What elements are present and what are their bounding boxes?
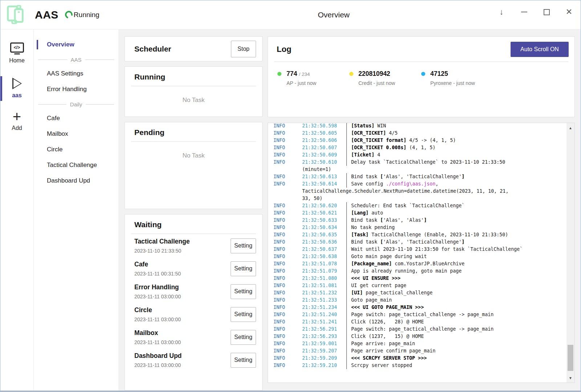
log-line: INFO21:32:51.241Click (1226, 28) @ HOME (273, 318, 566, 326)
pending-card: Pending No Task (125, 122, 263, 209)
rail-item-home[interactable]: </> Home (0, 39, 33, 68)
log-line: INFO21:32:59.209<<< SCRCPY SERVER STOP >… (273, 355, 566, 362)
log-line: TacticalChallenge.Scheduler.NextRun=date… (273, 188, 566, 195)
sidebar-item-dashboard-upd[interactable]: Dashboard Upd (34, 173, 118, 188)
sidebar-item-mailbox[interactable]: Mailbox (34, 127, 118, 141)
setting-button[interactable]: Setting (231, 238, 256, 253)
log-line: INFO21:32:50.609[Ticket] 4 (273, 151, 566, 159)
app-name: AAS (35, 9, 58, 21)
maximize-icon[interactable] (541, 7, 552, 17)
rail-label: Add (12, 125, 22, 131)
task-next-run: 2023-11-10 21:33:50 (134, 248, 190, 254)
download-icon[interactable]: ↓ (496, 7, 507, 17)
task-name: Cafe (134, 261, 181, 268)
app-status: Running (74, 11, 99, 19)
log-line: INFO21:32:51.078[Package_name] com.Yosta… (273, 260, 566, 268)
log-line: INFO21:32:50.614Save config ./config\aas… (273, 180, 566, 188)
log-line: INFO21:32:50.633Bind task ['Alas', 'Alas… (273, 217, 566, 224)
log-line: INFO21:32:50.634No task pending (273, 224, 566, 231)
log-line: INFO21:32:50.636Bind task ['Alas', 'Tact… (273, 238, 566, 246)
log-line: INFO21:32:50.637Wait until 2023-11-10 21… (273, 246, 566, 253)
task-name: Circle (134, 306, 181, 314)
nav-rail: </> Home aas + Add (0, 29, 34, 391)
setting-button[interactable]: Setting (231, 353, 256, 368)
log-scrollbar[interactable]: ▲ ▼ (566, 123, 574, 383)
scrollbar-thumb[interactable] (568, 345, 573, 371)
main-area: Scheduler Stop Running No Task Pending N… (118, 29, 581, 391)
rail-label: Home (9, 57, 25, 64)
auto-scroll-button[interactable]: Auto Scroll ON (511, 42, 569, 57)
sidebar-item-cafe[interactable]: Cafe (34, 111, 118, 126)
log-line: (minute=1) (273, 166, 566, 173)
waiting-task-row: Cafe2023-11-11 00:31:50Setting (125, 257, 262, 280)
log-line: INFO21:32:56.293Click (1237, 15) @ HOME (273, 333, 566, 340)
stat-dot-icon (421, 72, 425, 76)
scheduler-title: Scheduler (134, 45, 171, 53)
running-title: Running (125, 67, 262, 86)
scroll-down-icon[interactable]: ▼ (566, 374, 574, 382)
log-line: INFO21:32:50.620Scheduler: End task `Tac… (273, 202, 566, 209)
sidebar: OverviewAASAAS SettingsError HandlingDai… (34, 29, 118, 391)
log-line: INFO21:32:50.635[Task] TacticalChallenge… (273, 231, 566, 238)
log-line: INFO21:32:51.233Goto page_main (273, 297, 566, 304)
window-controls: ↓ ✕ (496, 0, 574, 24)
stop-button[interactable]: Stop (231, 41, 256, 57)
setting-button[interactable]: Setting (231, 307, 256, 322)
page-title: Overview (318, 11, 350, 19)
log-view[interactable]: INFO21:32:50.598[Status] WININFO21:32:50… (268, 123, 575, 383)
pending-empty-text: No Task (125, 142, 262, 159)
log-line: INFO21:32:50.610Delay task `TacticalChal… (273, 159, 566, 166)
log-line: INFO21:32:50.638Goto main page during wa… (273, 253, 566, 260)
waiting-card: Waiting Tactical Challenge2023-11-10 21:… (125, 214, 263, 391)
rail-item-aas[interactable]: aas (0, 74, 33, 103)
log-line: INFO21:32:56.291Page switch: page_tactic… (273, 326, 566, 333)
sidebar-item-tactical-challenge[interactable]: Tactical Challenge (34, 158, 118, 172)
task-next-run: 2023-11-11 03:00:00 (134, 339, 181, 345)
close-icon[interactable]: ✕ (564, 7, 574, 17)
task-next-run: 2023-11-11 00:31:50 (134, 271, 181, 277)
app-window: AAS Running Overview ↓ ✕ </> Home aas + … (0, 0, 581, 392)
log-card: Log Auto Scroll ON 774/ 234AP - just now… (268, 36, 575, 117)
log-line: INFO21:32:51.234<<< UI GOTO PAGE_MAIN >>… (273, 304, 566, 311)
sidebar-group-divider: AAS (34, 53, 118, 66)
play-icon (12, 78, 22, 89)
log-title: Log (277, 45, 291, 54)
sidebar-item-error-handling[interactable]: Error Handling (34, 82, 118, 97)
running-card: Running No Task (125, 66, 263, 117)
stat-ap: 774/ 234AP - just now (277, 70, 349, 86)
pending-title: Pending (125, 122, 262, 141)
rail-label: aas (12, 92, 22, 99)
log-line: INFO21:32:51.232[UI] page_tactical_chall… (273, 289, 566, 297)
log-line: INFO21:32:50.607[OCR_TICKET 0.008s] (4, … (273, 144, 566, 151)
stat-dot-icon (277, 72, 281, 76)
log-lines: INFO21:32:50.598[Status] WININFO21:32:50… (273, 123, 566, 369)
sidebar-item-circle[interactable]: Circle (34, 142, 118, 157)
plus-icon: + (13, 111, 21, 122)
log-line: INFO21:32:50.621[Lang] auto (273, 209, 566, 217)
log-line: INFO21:32:51.080<<< UI ENSURE >>> (273, 275, 566, 282)
waiting-task-row: Circle2023-11-11 03:00:00Setting (125, 303, 262, 326)
sidebar-item-overview[interactable]: Overview (34, 37, 118, 52)
scroll-up-icon[interactable]: ▲ (566, 124, 574, 132)
log-line: INFO21:32:59.001Page arrive: page_main (273, 340, 566, 347)
log-line: INFO21:32:51.081UI get current page (273, 282, 566, 289)
log-line: INFO21:32:51.240Page switch: page_tactic… (273, 311, 566, 318)
stat-credit: 220810942Credit - just now (349, 70, 421, 86)
log-line: INFO21:32:50.606[OCR_TICKET format] 4/5 … (273, 137, 566, 144)
home-code-icon: </> (10, 42, 24, 53)
rail-item-add[interactable]: + Add (0, 107, 33, 136)
waiting-task-row: Error Handling2023-11-11 03:00:00Setting (125, 280, 262, 303)
setting-button[interactable]: Setting (231, 284, 256, 299)
sidebar-item-aas-settings[interactable]: AAS Settings (34, 66, 118, 81)
setting-button[interactable]: Setting (231, 330, 256, 345)
waiting-task-row: Dashboard Upd2023-11-11 03:00:00Setting (125, 348, 262, 371)
stat-dot-icon (349, 72, 353, 76)
log-line: INFO21:32:50.598[Status] WIN (273, 123, 566, 130)
task-next-run: 2023-11-11 03:00:00 (134, 362, 182, 368)
minimize-icon[interactable] (519, 7, 529, 17)
log-line: INFO21:32:50.613Bind task ['Alas', 'Tact… (273, 173, 566, 180)
dashboard-stats: 774/ 234AP - just now220810942Credit - j… (268, 62, 574, 86)
log-line: INFO21:32:50.605[OCR_TICKET] 4/5 (273, 130, 566, 137)
setting-button[interactable]: Setting (231, 261, 256, 276)
task-name: Tactical Challenge (134, 238, 190, 245)
